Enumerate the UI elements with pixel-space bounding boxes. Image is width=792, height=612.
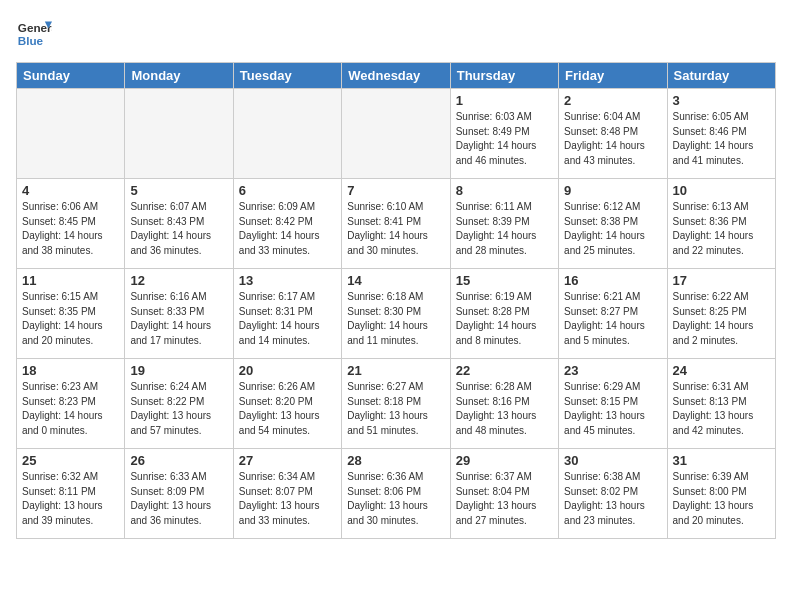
calendar-day-cell: 25Sunrise: 6:32 AM Sunset: 8:11 PM Dayli… [17, 449, 125, 539]
day-number: 19 [130, 363, 227, 378]
day-info: Sunrise: 6:06 AM Sunset: 8:45 PM Dayligh… [22, 200, 119, 258]
day-info: Sunrise: 6:32 AM Sunset: 8:11 PM Dayligh… [22, 470, 119, 528]
day-number: 27 [239, 453, 336, 468]
day-number: 2 [564, 93, 661, 108]
calendar-day-cell: 18Sunrise: 6:23 AM Sunset: 8:23 PM Dayli… [17, 359, 125, 449]
calendar-day-cell: 3Sunrise: 6:05 AM Sunset: 8:46 PM Daylig… [667, 89, 775, 179]
calendar-day-cell: 16Sunrise: 6:21 AM Sunset: 8:27 PM Dayli… [559, 269, 667, 359]
page-header: General Blue [16, 16, 776, 52]
day-info: Sunrise: 6:24 AM Sunset: 8:22 PM Dayligh… [130, 380, 227, 438]
calendar-body: 1Sunrise: 6:03 AM Sunset: 8:49 PM Daylig… [17, 89, 776, 539]
day-info: Sunrise: 6:34 AM Sunset: 8:07 PM Dayligh… [239, 470, 336, 528]
calendar-day-cell [233, 89, 341, 179]
calendar-day-cell: 26Sunrise: 6:33 AM Sunset: 8:09 PM Dayli… [125, 449, 233, 539]
day-info: Sunrise: 6:21 AM Sunset: 8:27 PM Dayligh… [564, 290, 661, 348]
day-number: 20 [239, 363, 336, 378]
day-number: 7 [347, 183, 444, 198]
day-number: 8 [456, 183, 553, 198]
day-info: Sunrise: 6:13 AM Sunset: 8:36 PM Dayligh… [673, 200, 770, 258]
svg-text:Blue: Blue [18, 34, 44, 47]
day-of-week-header: Friday [559, 63, 667, 89]
calendar-day-cell [342, 89, 450, 179]
day-info: Sunrise: 6:10 AM Sunset: 8:41 PM Dayligh… [347, 200, 444, 258]
calendar-day-cell: 6Sunrise: 6:09 AM Sunset: 8:42 PM Daylig… [233, 179, 341, 269]
day-number: 18 [22, 363, 119, 378]
day-info: Sunrise: 6:38 AM Sunset: 8:02 PM Dayligh… [564, 470, 661, 528]
calendar-day-cell: 23Sunrise: 6:29 AM Sunset: 8:15 PM Dayli… [559, 359, 667, 449]
day-info: Sunrise: 6:16 AM Sunset: 8:33 PM Dayligh… [130, 290, 227, 348]
day-number: 3 [673, 93, 770, 108]
day-info: Sunrise: 6:19 AM Sunset: 8:28 PM Dayligh… [456, 290, 553, 348]
calendar-day-cell: 24Sunrise: 6:31 AM Sunset: 8:13 PM Dayli… [667, 359, 775, 449]
day-number: 1 [456, 93, 553, 108]
day-number: 25 [22, 453, 119, 468]
calendar-day-cell [125, 89, 233, 179]
calendar-day-cell [17, 89, 125, 179]
day-number: 22 [456, 363, 553, 378]
day-info: Sunrise: 6:33 AM Sunset: 8:09 PM Dayligh… [130, 470, 227, 528]
day-info: Sunrise: 6:26 AM Sunset: 8:20 PM Dayligh… [239, 380, 336, 438]
day-number: 30 [564, 453, 661, 468]
calendar-day-cell: 13Sunrise: 6:17 AM Sunset: 8:31 PM Dayli… [233, 269, 341, 359]
calendar-day-cell: 9Sunrise: 6:12 AM Sunset: 8:38 PM Daylig… [559, 179, 667, 269]
day-number: 23 [564, 363, 661, 378]
day-number: 16 [564, 273, 661, 288]
calendar-day-cell: 2Sunrise: 6:04 AM Sunset: 8:48 PM Daylig… [559, 89, 667, 179]
day-info: Sunrise: 6:11 AM Sunset: 8:39 PM Dayligh… [456, 200, 553, 258]
day-info: Sunrise: 6:04 AM Sunset: 8:48 PM Dayligh… [564, 110, 661, 168]
day-number: 14 [347, 273, 444, 288]
day-info: Sunrise: 6:12 AM Sunset: 8:38 PM Dayligh… [564, 200, 661, 258]
logo: General Blue [16, 16, 52, 52]
day-number: 13 [239, 273, 336, 288]
day-of-week-header: Sunday [17, 63, 125, 89]
day-number: 24 [673, 363, 770, 378]
day-number: 29 [456, 453, 553, 468]
day-info: Sunrise: 6:05 AM Sunset: 8:46 PM Dayligh… [673, 110, 770, 168]
day-of-week-header: Thursday [450, 63, 558, 89]
day-info: Sunrise: 6:37 AM Sunset: 8:04 PM Dayligh… [456, 470, 553, 528]
calendar-day-cell: 21Sunrise: 6:27 AM Sunset: 8:18 PM Dayli… [342, 359, 450, 449]
day-of-week-header: Monday [125, 63, 233, 89]
day-info: Sunrise: 6:15 AM Sunset: 8:35 PM Dayligh… [22, 290, 119, 348]
day-number: 26 [130, 453, 227, 468]
day-number: 12 [130, 273, 227, 288]
day-of-week-header: Wednesday [342, 63, 450, 89]
day-info: Sunrise: 6:09 AM Sunset: 8:42 PM Dayligh… [239, 200, 336, 258]
day-info: Sunrise: 6:28 AM Sunset: 8:16 PM Dayligh… [456, 380, 553, 438]
day-number: 11 [22, 273, 119, 288]
day-of-week-header: Saturday [667, 63, 775, 89]
day-number: 28 [347, 453, 444, 468]
day-info: Sunrise: 6:29 AM Sunset: 8:15 PM Dayligh… [564, 380, 661, 438]
day-info: Sunrise: 6:03 AM Sunset: 8:49 PM Dayligh… [456, 110, 553, 168]
calendar-day-cell: 31Sunrise: 6:39 AM Sunset: 8:00 PM Dayli… [667, 449, 775, 539]
day-info: Sunrise: 6:39 AM Sunset: 8:00 PM Dayligh… [673, 470, 770, 528]
calendar-week-row: 4Sunrise: 6:06 AM Sunset: 8:45 PM Daylig… [17, 179, 776, 269]
calendar-day-cell: 10Sunrise: 6:13 AM Sunset: 8:36 PM Dayli… [667, 179, 775, 269]
day-number: 5 [130, 183, 227, 198]
calendar-table: SundayMondayTuesdayWednesdayThursdayFrid… [16, 62, 776, 539]
calendar-day-cell: 20Sunrise: 6:26 AM Sunset: 8:20 PM Dayli… [233, 359, 341, 449]
calendar-day-cell: 4Sunrise: 6:06 AM Sunset: 8:45 PM Daylig… [17, 179, 125, 269]
calendar-day-cell: 22Sunrise: 6:28 AM Sunset: 8:16 PM Dayli… [450, 359, 558, 449]
calendar-day-cell: 29Sunrise: 6:37 AM Sunset: 8:04 PM Dayli… [450, 449, 558, 539]
day-info: Sunrise: 6:17 AM Sunset: 8:31 PM Dayligh… [239, 290, 336, 348]
day-number: 17 [673, 273, 770, 288]
calendar-day-cell: 11Sunrise: 6:15 AM Sunset: 8:35 PM Dayli… [17, 269, 125, 359]
day-info: Sunrise: 6:18 AM Sunset: 8:30 PM Dayligh… [347, 290, 444, 348]
calendar-week-row: 1Sunrise: 6:03 AM Sunset: 8:49 PM Daylig… [17, 89, 776, 179]
calendar-day-cell: 14Sunrise: 6:18 AM Sunset: 8:30 PM Dayli… [342, 269, 450, 359]
calendar-day-cell: 28Sunrise: 6:36 AM Sunset: 8:06 PM Dayli… [342, 449, 450, 539]
day-info: Sunrise: 6:36 AM Sunset: 8:06 PM Dayligh… [347, 470, 444, 528]
calendar-week-row: 25Sunrise: 6:32 AM Sunset: 8:11 PM Dayli… [17, 449, 776, 539]
day-info: Sunrise: 6:27 AM Sunset: 8:18 PM Dayligh… [347, 380, 444, 438]
day-number: 9 [564, 183, 661, 198]
day-info: Sunrise: 6:22 AM Sunset: 8:25 PM Dayligh… [673, 290, 770, 348]
calendar-day-cell: 27Sunrise: 6:34 AM Sunset: 8:07 PM Dayli… [233, 449, 341, 539]
calendar-day-cell: 12Sunrise: 6:16 AM Sunset: 8:33 PM Dayli… [125, 269, 233, 359]
day-info: Sunrise: 6:07 AM Sunset: 8:43 PM Dayligh… [130, 200, 227, 258]
day-number: 10 [673, 183, 770, 198]
calendar-week-row: 18Sunrise: 6:23 AM Sunset: 8:23 PM Dayli… [17, 359, 776, 449]
day-info: Sunrise: 6:31 AM Sunset: 8:13 PM Dayligh… [673, 380, 770, 438]
day-number: 31 [673, 453, 770, 468]
day-number: 4 [22, 183, 119, 198]
